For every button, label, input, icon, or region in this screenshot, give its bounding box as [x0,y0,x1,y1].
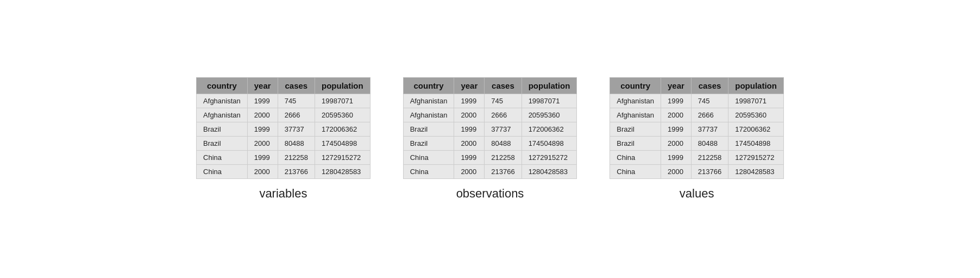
cell-0-2: 745 [485,94,522,108]
table-row: China20002137661280428583 [197,165,370,179]
cell-0-2: 745 [691,94,728,108]
table-row: Brazil200080488174504898 [610,137,784,151]
observations-diagram: country year cases population Afghanista… [403,77,577,201]
obs-header-year: year [454,78,485,94]
table-row: China19992122581272915272 [403,151,577,165]
cell-4-0: China [403,151,454,165]
cell-1-3: 20595360 [728,108,784,122]
cell-3-2: 80488 [485,137,522,151]
cell-4-2: 212258 [485,151,522,165]
cell-2-0: Brazil [403,122,454,137]
cell-0-0: Afghanistan [610,94,661,108]
val-header-country: country [610,78,661,94]
cell-0-0: Afghanistan [197,94,248,108]
cell-1-0: Afghanistan [197,108,248,122]
cell-5-3: 1280428583 [522,165,577,179]
cell-3-0: Brazil [610,137,661,151]
table-row: Brazil199937737172006362 [610,122,784,137]
cell-0-3: 19987071 [315,94,370,108]
cell-2-3: 172006362 [315,122,370,137]
cell-5-1: 2000 [661,165,691,179]
cell-5-2: 213766 [278,165,315,179]
cell-0-3: 19987071 [522,94,577,108]
table-row: Afghanistan2000266620595360 [610,108,784,122]
cell-5-1: 2000 [454,165,485,179]
var-header-population: population [315,78,370,94]
cell-5-1: 2000 [247,165,278,179]
values-label: values [680,187,714,201]
cell-4-3: 1272915272 [315,151,370,165]
variables-label: variables [259,187,307,201]
cell-4-2: 212258 [278,151,315,165]
cell-1-0: Afghanistan [610,108,661,122]
table-row: China19992122581272915272 [610,151,784,165]
variables-table: country year cases population Afghanista… [196,77,370,179]
cell-3-1: 2000 [247,137,278,151]
cell-0-3: 19987071 [728,94,784,108]
cell-3-1: 2000 [454,137,485,151]
cell-1-0: Afghanistan [403,108,454,122]
cell-4-3: 1272915272 [522,151,577,165]
cell-3-1: 2000 [661,137,691,151]
observations-table: country year cases population Afghanista… [403,77,577,179]
cell-2-2: 37737 [485,122,522,137]
cell-4-1: 1999 [661,151,691,165]
cell-4-1: 1999 [454,151,485,165]
cell-5-0: China [610,165,661,179]
val-header-population: population [728,78,784,94]
cell-4-1: 1999 [247,151,278,165]
cell-1-1: 2000 [247,108,278,122]
cell-2-0: Brazil [197,122,248,137]
table-row: Brazil199937737172006362 [403,122,577,137]
cell-3-0: Brazil [197,137,248,151]
cell-0-0: Afghanistan [403,94,454,108]
cell-1-2: 2666 [691,108,728,122]
cell-1-1: 2000 [454,108,485,122]
cell-1-3: 20595360 [522,108,577,122]
obs-header-cases: cases [485,78,522,94]
cell-2-3: 172006362 [522,122,577,137]
val-header-cases: cases [691,78,728,94]
table-row: Afghanistan2000266620595360 [403,108,577,122]
cell-3-3: 174504898 [522,137,577,151]
cell-4-3: 1272915272 [728,151,784,165]
obs-header-population: population [522,78,577,94]
cell-0-1: 1999 [454,94,485,108]
var-header-year: year [247,78,278,94]
cell-1-2: 2666 [485,108,522,122]
table-row: Brazil199937737172006362 [197,122,370,137]
table-row: Brazil200080488174504898 [197,137,370,151]
cell-1-1: 2000 [661,108,691,122]
cell-0-2: 745 [278,94,315,108]
cell-2-2: 37737 [278,122,315,137]
cell-4-0: China [610,151,661,165]
values-table: country year cases population Afghanista… [610,77,784,179]
cell-3-0: Brazil [403,137,454,151]
var-header-country: country [197,78,248,94]
table-row: Afghanistan199974519987071 [197,94,370,108]
cell-5-3: 1280428583 [315,165,370,179]
val-header-year: year [661,78,691,94]
cell-2-0: Brazil [610,122,661,137]
cell-4-2: 212258 [691,151,728,165]
cell-3-2: 80488 [278,137,315,151]
cell-5-2: 213766 [485,165,522,179]
cell-2-2: 37737 [691,122,728,137]
cell-2-1: 1999 [454,122,485,137]
table-row: Brazil200080488174504898 [403,137,577,151]
cell-5-2: 213766 [691,165,728,179]
cell-5-0: China [403,165,454,179]
var-header-cases: cases [278,78,315,94]
cell-2-3: 172006362 [728,122,784,137]
table-row: Afghanistan2000266620595360 [197,108,370,122]
cell-4-0: China [197,151,248,165]
cell-3-2: 80488 [691,137,728,151]
cell-1-3: 20595360 [315,108,370,122]
cell-2-1: 1999 [661,122,691,137]
variables-diagram: country year cases population Afghanista… [196,77,370,201]
cell-5-0: China [197,165,248,179]
cell-1-2: 2666 [278,108,315,122]
main-container: country year cases population Afghanista… [196,77,784,201]
cell-3-3: 174504898 [728,137,784,151]
cell-5-3: 1280428583 [728,165,784,179]
